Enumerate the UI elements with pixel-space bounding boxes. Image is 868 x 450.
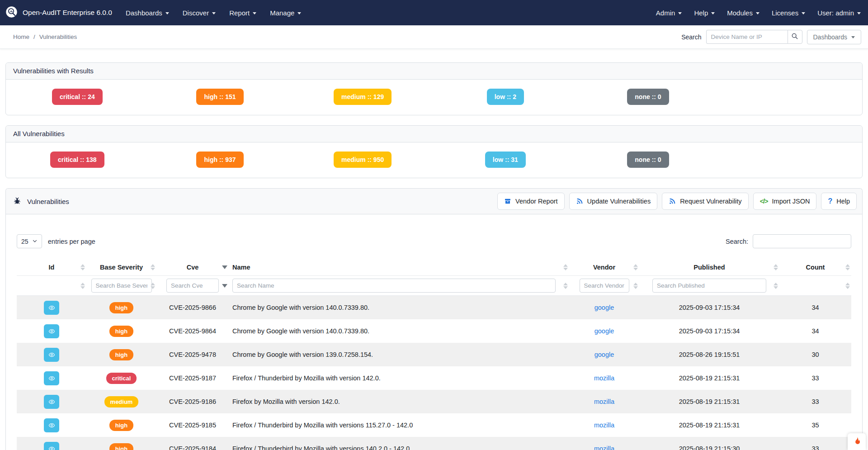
device-search-input[interactable] [706, 30, 788, 44]
eye-icon [48, 304, 55, 311]
nav-menu-admin[interactable]: Admin [656, 9, 682, 17]
sort-icon[interactable] [633, 283, 638, 289]
sort-desc-icon[interactable] [222, 284, 227, 288]
nav-menu-user-admin[interactable]: User: admin [817, 9, 861, 17]
view-details-button[interactable] [44, 348, 59, 362]
caret-down-icon [857, 12, 861, 14]
sort-icon[interactable] [845, 264, 850, 270]
entries-per-page-select[interactable]: 25 [17, 234, 42, 248]
vendor-report-button[interactable]: Vendor Report [497, 193, 565, 210]
panel-header: Vulnerabilities with Results [6, 63, 862, 80]
navbar-left-menus: DashboardsDiscoverReportManage [126, 9, 302, 17]
sort-icon[interactable] [774, 283, 778, 289]
dashboards-dropdown-button[interactable]: Dashboards [807, 30, 862, 44]
vulnerability-name: Chrome by Google with version 140.0.7339… [232, 327, 369, 335]
view-details-button[interactable] [44, 371, 59, 385]
filter-name-input[interactable] [232, 279, 556, 293]
table-area: 25 entries per page Search: IdBase Sever… [6, 214, 862, 450]
table-body: highCVE-2025-9866Chrome by Google with v… [17, 296, 851, 450]
sort-icon[interactable] [845, 283, 850, 289]
breadcrumb-separator: / [33, 33, 35, 40]
table-search-input[interactable] [753, 234, 851, 248]
breadcrumb-current: Vulnerabilities [39, 33, 77, 40]
table-row: highCVE-2025-9185Firefox / Thunderbird b… [17, 413, 851, 437]
view-details-button[interactable] [44, 301, 59, 315]
sort-icon[interactable] [563, 264, 568, 270]
vulnerability-name: Chrome by Google with version 140.0.7339… [232, 304, 369, 311]
breadcrumb-home-link[interactable]: Home [13, 33, 29, 40]
brand-text: Open-AudIT Enterprise 6.0.0 [23, 9, 112, 17]
sort-icon[interactable] [151, 283, 155, 289]
col-header-count[interactable]: Count [779, 264, 851, 271]
col-header-id[interactable]: Id [17, 264, 86, 271]
vendor-link[interactable]: mozilla [594, 445, 614, 450]
eye-icon [48, 351, 55, 358]
table-row: criticalCVE-2025-9187Firefox / Thunderbi… [17, 366, 851, 390]
sort-icon[interactable] [151, 264, 155, 270]
filter-cve-input[interactable] [166, 279, 219, 293]
severity-badge-critical: critical :: 24 [52, 89, 103, 105]
sort-desc-icon[interactable] [222, 265, 227, 269]
published-date: 2025-09-03 17:15:34 [679, 304, 740, 311]
vendor-link[interactable]: google [594, 351, 614, 358]
vendor-link[interactable]: mozilla [594, 422, 614, 429]
cve-id: CVE-2025-9478 [169, 351, 216, 358]
flame-icon [853, 436, 861, 448]
search-button[interactable] [788, 30, 802, 44]
vulnerability-name: Chrome by Google with version 139.0.7258… [232, 351, 373, 358]
cve-id: CVE-2025-9187 [169, 374, 216, 382]
col-header-name[interactable]: Name [229, 264, 569, 271]
cve-id: CVE-2025-9184 [169, 445, 216, 450]
brand[interactable]: Open-AudIT Enterprise 6.0.0 [5, 6, 112, 20]
import-json-button[interactable]: </>Import JSON [753, 193, 817, 210]
nav-menu-dashboards[interactable]: Dashboards [126, 9, 169, 17]
vulnerability-name: Firefox / Thunderbird by Mozilla with ve… [232, 445, 410, 450]
view-details-button[interactable] [44, 442, 59, 450]
caret-down-icon [253, 12, 256, 14]
sort-icon[interactable] [633, 264, 638, 270]
view-details-button[interactable] [44, 418, 59, 432]
nav-menu-licenses[interactable]: Licenses [772, 9, 805, 17]
update-vulnerabilities-button[interactable]: Update Vulnerabilities [569, 193, 658, 210]
vendor-link[interactable]: mozilla [594, 374, 614, 382]
count-value: 33 [811, 374, 819, 382]
sort-icon[interactable] [563, 283, 568, 289]
cve-id: CVE-2025-9186 [169, 398, 216, 405]
nav-menu-help[interactable]: Help [694, 9, 715, 17]
vendor-link[interactable]: google [594, 304, 614, 311]
request-vulnerability-button[interactable]: Request Vulnerability [662, 193, 748, 210]
severity-pill-high: high [109, 302, 133, 313]
col-header-vendor[interactable]: Vendor [569, 264, 639, 271]
severity-badge-low: low :: 31 [485, 152, 526, 168]
filter-base-severity-input[interactable] [91, 279, 152, 293]
panel-vulnerabilities-with-results: Vulnerabilities with Results critical ::… [5, 62, 863, 115]
sort-icon[interactable] [80, 283, 85, 289]
table-search-label: Search: [726, 238, 748, 245]
nav-menu-modules[interactable]: Modules [727, 9, 760, 17]
col-header-cve[interactable]: Cve [156, 264, 229, 271]
col-header-published[interactable]: Published [639, 264, 779, 271]
view-details-button[interactable] [44, 324, 59, 338]
vendor-link[interactable]: mozilla [594, 398, 614, 405]
nav-menu-report[interactable]: Report [229, 9, 256, 17]
vendor-link[interactable]: google [594, 327, 614, 335]
severity-badge-high: high :: 151 [196, 89, 243, 105]
nav-menu-discover[interactable]: Discover [183, 9, 216, 17]
sort-icon[interactable] [80, 264, 85, 270]
severity-badge-critical: critical :: 138 [50, 152, 104, 168]
eye-icon [48, 375, 55, 382]
flame-button[interactable] [848, 433, 866, 450]
filter-published-input[interactable] [652, 279, 766, 293]
archive-icon [504, 198, 511, 205]
sort-icon[interactable] [774, 264, 778, 270]
col-header-base-severity[interactable]: Base Severity [86, 264, 156, 271]
published-date: 2025-08-19 21:15:30 [679, 445, 740, 450]
help-button[interactable]: ?Help [821, 193, 857, 210]
nav-menu-manage[interactable]: Manage [270, 9, 301, 17]
caret-down-icon [212, 12, 216, 14]
filter-vendor-input[interactable] [580, 279, 629, 293]
view-details-button[interactable] [44, 395, 59, 409]
eye-icon [48, 445, 55, 450]
table-row: highCVE-2025-9184Firefox / Thunderbird b… [17, 437, 851, 450]
eye-icon [48, 328, 55, 335]
